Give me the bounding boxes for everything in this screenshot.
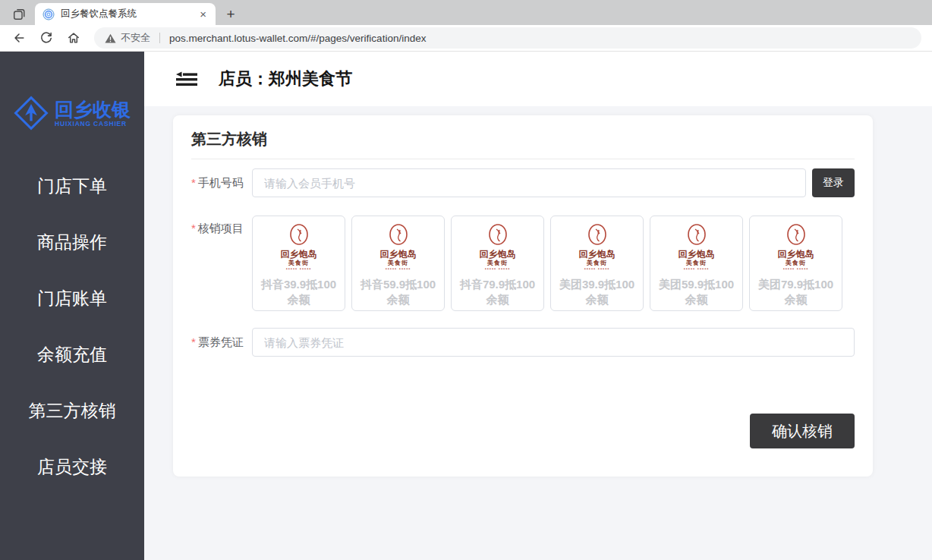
diamond-logo-icon <box>14 96 49 131</box>
verification-panel: 第三方核销 *手机号码 登录 *核销项目 <box>173 115 873 477</box>
phone-label: *手机号码 <box>191 176 252 190</box>
brand-name: 回乡饱岛 <box>579 249 616 260</box>
new-tab-button[interactable]: + <box>220 4 241 25</box>
brand-name: 回乡饱岛 <box>679 249 715 260</box>
page-content: 第三方核销 *手机号码 登录 *核销项目 <box>144 106 932 560</box>
verification-card-list: 回乡饱岛 美食街 ••••• ••••• 抖音39.9抵100余额 <box>252 216 842 311</box>
browser-tab-bar: 回乡餐饮点餐系统 × + <box>0 0 932 25</box>
item-label: 抖音39.9抵100余额 <box>261 277 336 307</box>
sidebar-item-thirdparty-verification[interactable]: 第三方核销 <box>0 382 144 439</box>
brand-dots: ••••• ••••• <box>485 266 511 272</box>
clerk-title: 店员：郑州美食节 <box>219 68 352 90</box>
tab-close-icon[interactable]: × <box>197 8 209 20</box>
sidebar-item-store-order[interactable]: 门店下单 <box>0 158 144 214</box>
sidebar: 回乡收银 HUIXIANG CASHIER 门店下单 商品操作 门店账单 余额充… <box>0 52 144 560</box>
phone-input[interactable] <box>252 168 806 197</box>
item-label: 抖音59.9抵100余额 <box>361 277 436 307</box>
security-label: 不安全 <box>121 31 150 45</box>
brand-stamp-icon <box>586 223 609 247</box>
phone-row: *手机号码 登录 <box>191 168 855 197</box>
site-favicon-icon <box>43 8 55 20</box>
confirm-verification-button[interactable]: 确认核销 <box>750 414 855 448</box>
brand-dots: ••••• ••••• <box>684 266 710 272</box>
verification-item-card[interactable]: 回乡饱岛 美食街 ••••• ••••• 美团39.9抵100余额 <box>550 216 644 311</box>
brand-name: 回乡饱岛 <box>281 249 317 260</box>
tab-title: 回乡餐饮点餐系统 <box>61 8 197 20</box>
app-logo: 回乡收银 HUIXIANG CASHIER <box>0 96 144 131</box>
brand-subtitle: 美食街 <box>686 260 707 266</box>
address-bar[interactable]: 不安全 pos.merchant.lotus-wallet.com/#/page… <box>94 27 921 49</box>
items-label: *核销项目 <box>191 216 252 236</box>
verification-item-card[interactable]: 回乡饱岛 美食街 ••••• ••••• 抖音79.9抵100余额 <box>451 216 544 311</box>
verification-item-card[interactable]: 回乡饱岛 美食街 ••••• ••••• 美团79.9抵100余额 <box>749 216 842 311</box>
logo-subtitle: HUIXIANG CASHIER <box>55 120 131 127</box>
required-mark: * <box>191 335 196 348</box>
brand-subtitle: 美食街 <box>487 260 508 266</box>
brand-dots: ••••• ••••• <box>783 266 809 272</box>
address-separator <box>159 33 160 43</box>
brand-stamp-icon <box>785 223 808 247</box>
required-mark: * <box>191 222 196 234</box>
brand-subtitle: 美食街 <box>388 260 408 266</box>
sidebar-item-clerk-handover[interactable]: 店员交接 <box>0 439 144 495</box>
sidebar-nav: 门店下单 商品操作 门店账单 余额充值 第三方核销 店员交接 <box>0 158 144 495</box>
brand-stamp-icon <box>288 223 310 247</box>
sidebar-item-store-bills[interactable]: 门店账单 <box>0 270 144 326</box>
brand-subtitle: 美食街 <box>587 260 607 266</box>
page-url: pos.merchant.lotus-wallet.com/#/pages/ve… <box>169 33 426 44</box>
brand-dots: ••••• ••••• <box>286 266 312 272</box>
verification-item-card[interactable]: 回乡饱岛 美食街 ••••• ••••• 抖音39.9抵100余额 <box>252 216 345 311</box>
not-secure-warning-icon <box>105 33 116 43</box>
page-header: 店员：郑州美食节 <box>144 52 932 106</box>
menu-collapse-icon[interactable] <box>176 71 197 87</box>
voucher-label: *票券凭证 <box>191 335 252 350</box>
login-button[interactable]: 登录 <box>812 168 855 197</box>
stacked-tabs-icon <box>12 8 26 21</box>
item-label: 美团59.9抵100余额 <box>659 277 734 307</box>
logo-title: 回乡收银 <box>55 99 131 120</box>
brand-dots: ••••• ••••• <box>386 266 411 272</box>
item-label: 抖音79.9抵100余额 <box>460 277 535 307</box>
title-divider <box>191 159 855 159</box>
back-icon[interactable] <box>8 27 30 49</box>
browser-window: 回乡餐饮点餐系统 × + 不安全 <box>0 0 932 560</box>
voucher-row: *票券凭证 <box>191 328 855 357</box>
verification-item-card[interactable]: 回乡饱岛 美食街 ••••• ••••• 抖音59.9抵100余额 <box>351 216 445 311</box>
brand-subtitle: 美食街 <box>288 260 309 266</box>
brand-name: 回乡饱岛 <box>778 249 814 260</box>
browser-tab[interactable]: 回乡餐饮点餐系统 × <box>35 3 216 25</box>
brand-name: 回乡饱岛 <box>480 249 516 260</box>
sidebar-item-product-ops[interactable]: 商品操作 <box>0 214 144 270</box>
item-label: 美团39.9抵100余额 <box>559 277 634 307</box>
required-mark: * <box>191 176 196 189</box>
item-label: 美团79.9抵100余额 <box>758 277 833 307</box>
reload-icon[interactable] <box>35 27 58 49</box>
tab-actions-icon[interactable] <box>6 3 32 25</box>
brand-subtitle: 美食街 <box>786 260 806 266</box>
verification-item-card[interactable]: 回乡饱岛 美食街 ••••• ••••• 美团59.9抵100余额 <box>650 216 743 311</box>
section-title: 第三方核销 <box>191 129 855 149</box>
brand-stamp-icon <box>685 223 708 247</box>
voucher-input[interactable] <box>252 328 855 357</box>
brand-stamp-icon <box>486 223 509 247</box>
sidebar-item-balance-recharge[interactable]: 余额充值 <box>0 326 144 382</box>
brand-stamp-icon <box>387 223 410 247</box>
brand-dots: ••••• ••••• <box>584 266 610 272</box>
brand-name: 回乡饱岛 <box>380 249 417 260</box>
items-row: *核销项目 回乡饱岛 美食街 ••••• ••••• 抖音39.9抵1 <box>191 216 855 311</box>
browser-toolbar: 不安全 pos.merchant.lotus-wallet.com/#/page… <box>0 25 932 52</box>
home-icon[interactable] <box>62 27 85 49</box>
